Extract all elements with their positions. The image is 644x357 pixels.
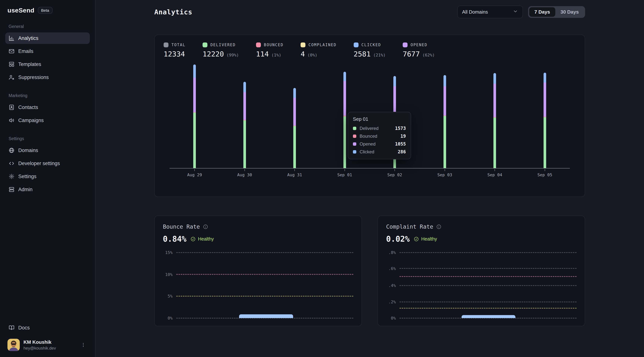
rate-value: 0.84% bbox=[163, 234, 186, 244]
x-axis-label-sep-01: Sep 01 bbox=[320, 168, 370, 177]
sidebar-section-label-marketing: Marketing bbox=[8, 93, 86, 98]
bar-segment-opened bbox=[243, 92, 246, 120]
bar-segment-delivered bbox=[243, 120, 246, 168]
email-events-plot: Sep 01 Delivered1573Bounced19Opened1055C… bbox=[170, 63, 570, 168]
sidebar-item-label: Analytics bbox=[18, 36, 38, 41]
globe-icon bbox=[8, 148, 14, 153]
sidebar: useSend Beta GeneralAnalyticsEmailsTempl… bbox=[0, 0, 96, 357]
tooltip-rows: Delivered1573Bounced19Opened1055Clicked2… bbox=[353, 126, 406, 154]
domain-filter-value: All Domains bbox=[462, 9, 488, 15]
x-axis-tick bbox=[444, 169, 445, 171]
x-axis-label-aug-30: Aug 30 bbox=[220, 168, 270, 177]
sidebar-item-settings[interactable]: Settings bbox=[5, 171, 90, 182]
code-icon bbox=[8, 160, 14, 166]
bar-segment-delivered bbox=[293, 126, 296, 168]
app-logo-row: useSend Beta bbox=[5, 6, 90, 14]
server-icon bbox=[8, 186, 14, 192]
stats-row: TOTAL12334DELIVERED12220(99%)BOUNCED114(… bbox=[164, 42, 576, 58]
bar-segment-clicked bbox=[243, 82, 246, 92]
tooltip-color-square bbox=[353, 150, 356, 154]
mail-icon bbox=[8, 48, 14, 54]
stat-value: 2581 bbox=[354, 50, 371, 58]
chart-bar-column-sep-03[interactable] bbox=[420, 63, 470, 168]
tooltip-label: Clicked bbox=[360, 149, 374, 154]
sidebar-item-emails[interactable]: Emails bbox=[5, 46, 90, 57]
bar-segment-opened bbox=[344, 81, 346, 116]
rate-cards-row: Bounce Rate0.84%Healthy15%10%5%0%Complai… bbox=[154, 216, 585, 326]
sidebar-item-label: Settings bbox=[18, 174, 36, 180]
bar-segment-delivered bbox=[444, 116, 446, 168]
stat-percentage: (99%) bbox=[226, 53, 239, 58]
page-header: Analytics All Domains 7 Days 30 Days bbox=[154, 6, 585, 18]
stat-label: OPENED bbox=[410, 43, 427, 47]
stat-color-dot bbox=[164, 42, 168, 47]
info-icon[interactable] bbox=[436, 224, 442, 229]
sidebar-item-analytics[interactable]: Analytics bbox=[5, 32, 90, 44]
stat-label: COMPLAINED bbox=[308, 43, 336, 47]
check-circle-icon bbox=[414, 236, 419, 242]
chart-bar-column-sep-05[interactable] bbox=[520, 63, 570, 168]
tooltip-row-delivered: Delivered1573 bbox=[353, 126, 406, 131]
stacked-bar bbox=[544, 73, 546, 168]
user-menu[interactable]: KM Koushik hey@koushik.dev bbox=[5, 335, 90, 351]
contact-book-icon bbox=[8, 104, 14, 110]
info-icon[interactable] bbox=[203, 224, 208, 229]
chart-bar-column-aug-29[interactable] bbox=[170, 63, 220, 168]
layout-icon bbox=[8, 61, 14, 67]
range-30-days-button[interactable]: 30 Days bbox=[555, 7, 584, 17]
x-axis-label-aug-29: Aug 29 bbox=[170, 168, 220, 177]
tooltip-row-bounced: Bounced19 bbox=[353, 134, 406, 139]
sidebar-item-admin[interactable]: Admin bbox=[5, 184, 90, 195]
tooltip-value: 286 bbox=[398, 149, 406, 154]
stat-value: 12334 bbox=[164, 50, 185, 58]
sidebar-item-label: Domains bbox=[18, 148, 38, 153]
bar-segment-opened bbox=[193, 78, 196, 112]
tooltip-color-square bbox=[353, 142, 356, 146]
avatar bbox=[8, 339, 20, 351]
user-options-button[interactable] bbox=[79, 340, 88, 349]
stat-complained: COMPLAINED4(0%) bbox=[300, 42, 336, 58]
domain-filter-select[interactable]: All Domains bbox=[457, 6, 523, 18]
x-axis-tick bbox=[494, 169, 495, 171]
sidebar-item-templates[interactable]: Templates bbox=[5, 58, 90, 70]
mini-plot-area bbox=[400, 252, 576, 318]
bar-segment-delivered bbox=[544, 117, 546, 168]
chart-bar-column-aug-30[interactable] bbox=[220, 63, 270, 168]
sidebar-item-campaigns[interactable]: Campaigns bbox=[5, 114, 90, 126]
bounce-rate-chart: 15%10%5%0% bbox=[163, 252, 353, 319]
sidebar-nav: GeneralAnalyticsEmailsTemplatesSuppressi… bbox=[5, 14, 90, 197]
x-axis-tick bbox=[545, 169, 545, 171]
gridline-label: 15% bbox=[163, 250, 176, 255]
card-title: Bounce Rate bbox=[163, 224, 200, 230]
x-axis-labels: Aug 29Aug 30Aug 31Sep 01Sep 02Sep 03Sep … bbox=[170, 168, 570, 177]
sidebar-item-suppressions[interactable]: Suppressions bbox=[5, 72, 90, 83]
gridline-label: 5% bbox=[163, 294, 176, 298]
chart-bar-column-aug-31[interactable] bbox=[270, 63, 320, 168]
sidebar-section-label-general: General bbox=[8, 24, 86, 29]
range-7-days-button[interactable]: 7 Days bbox=[529, 7, 555, 17]
stat-clicked: CLICKED2581(21%) bbox=[354, 42, 386, 58]
tooltip-row-opened: Opened1055 bbox=[353, 142, 406, 147]
chart-bar-column-sep-04[interactable] bbox=[470, 63, 520, 168]
gridline-label: .4% bbox=[386, 283, 400, 288]
tooltip-row-clicked: Clicked286 bbox=[353, 149, 406, 154]
tooltip-label: Delivered bbox=[360, 126, 378, 131]
rate-data-bar bbox=[239, 314, 293, 318]
stat-percentage: (21%) bbox=[373, 53, 386, 58]
sidebar-item-developer-settings[interactable]: Developer settings bbox=[5, 158, 90, 169]
user-email: hey@koushik.dev bbox=[24, 346, 75, 351]
chevron-down-icon bbox=[513, 9, 518, 15]
tooltip-title: Sep 01 bbox=[353, 116, 406, 122]
sidebar-item-domains[interactable]: Domains bbox=[5, 144, 90, 156]
sidebar-item-label: Emails bbox=[18, 48, 33, 54]
x-axis-tick bbox=[194, 169, 195, 171]
sidebar-item-label: Templates bbox=[18, 62, 41, 67]
stat-color-dot bbox=[202, 42, 208, 47]
app-root: useSend Beta GeneralAnalyticsEmailsTempl… bbox=[0, 0, 644, 357]
book-open-icon bbox=[8, 325, 14, 331]
gridline-label: .8% bbox=[386, 250, 400, 255]
gridline-label: 0% bbox=[163, 316, 176, 320]
sidebar-item-docs[interactable]: Docs bbox=[5, 322, 90, 334]
bar-segment-clicked bbox=[544, 73, 546, 82]
sidebar-item-contacts[interactable]: Contacts bbox=[5, 102, 90, 113]
